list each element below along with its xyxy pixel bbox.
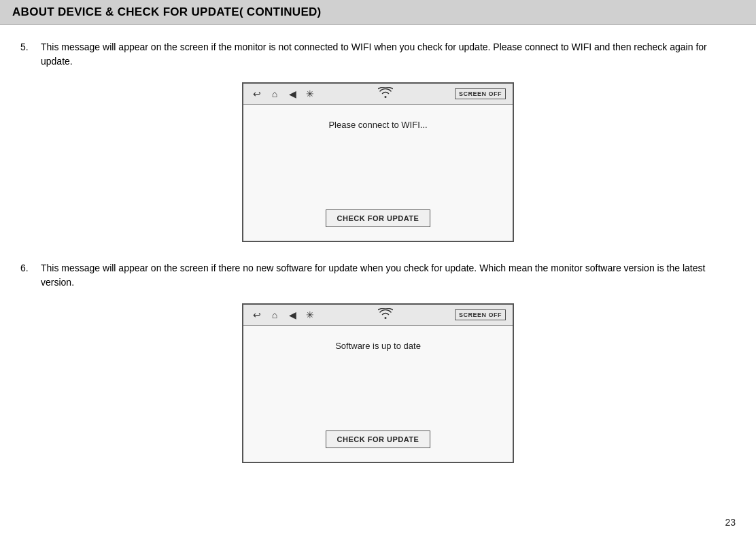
wifi-icon-2 <box>326 308 445 322</box>
home-icon-2: ⌂ <box>268 309 281 320</box>
settings-icon-2: ✳ <box>303 309 317 320</box>
home-icon: ⌂ <box>268 88 281 99</box>
settings-icon: ✳ <box>303 88 317 99</box>
step-5-monitor-message: Please connect to WIFI... <box>328 117 427 130</box>
step-6-description: This message will appear on the screen i… <box>41 261 736 290</box>
volume-icon: ◀ <box>286 88 299 99</box>
step-5-description: This message will appear on the screen i… <box>41 40 736 69</box>
page-title: ABOUT DEVICE & CHECK FOR UPDATE( CONTINU… <box>12 5 322 18</box>
volume-icon-2: ◀ <box>286 309 299 320</box>
step-5: 5. This message will appear on the scree… <box>20 40 736 242</box>
main-content: 5. This message will appear on the scree… <box>0 25 756 503</box>
step-5-monitor: ↩ ⌂ ◀ ✳ SCREEN OFF <box>242 82 514 242</box>
header-bar: ABOUT DEVICE & CHECK FOR UPDATE( CONTINU… <box>0 0 756 25</box>
step-5-monitor-wrapper: ↩ ⌂ ◀ ✳ SCREEN OFF <box>20 82 736 242</box>
step-6-monitor: ↩ ⌂ ◀ ✳ SCREEN OFF <box>242 303 514 463</box>
step-5-text: 5. This message will appear on the scree… <box>20 40 736 69</box>
step-6-monitor-body: Software is up to date CHECK FOR UPDATE <box>243 326 513 462</box>
step-6-monitor-wrapper: ↩ ⌂ ◀ ✳ SCREEN OFF <box>20 303 736 463</box>
step-5-check-update-button[interactable]: CHECK FOR UPDATE <box>326 209 431 227</box>
screen-off-badge: SCREEN OFF <box>455 88 506 99</box>
step-5-topbar: ↩ ⌂ ◀ ✳ SCREEN OFF <box>243 84 513 105</box>
step-6-text: 6. This message will appear on the scree… <box>20 261 736 290</box>
step-6-monitor-message: Software is up to date <box>335 338 421 351</box>
wifi-icon <box>326 87 445 101</box>
step-6-number: 6. <box>20 261 37 290</box>
step-6-topbar: ↩ ⌂ ◀ ✳ SCREEN OFF <box>243 305 513 326</box>
step-5-number: 5. <box>20 40 37 69</box>
back-icon: ↩ <box>250 88 264 99</box>
page-number: 23 <box>725 517 736 528</box>
step-6: 6. This message will appear on the scree… <box>20 261 736 463</box>
screen-off-badge-2: SCREEN OFF <box>455 309 506 320</box>
back-icon-2: ↩ <box>250 309 264 320</box>
step-5-monitor-body: Please connect to WIFI... CHECK FOR UPDA… <box>243 105 513 241</box>
step-6-check-update-button[interactable]: CHECK FOR UPDATE <box>326 431 431 448</box>
